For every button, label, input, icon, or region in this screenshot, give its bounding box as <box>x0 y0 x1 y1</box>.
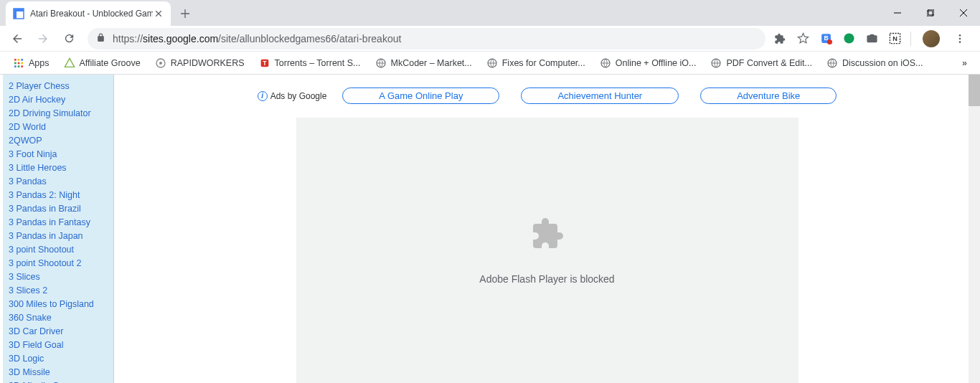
page-content: 2 Player Chess2D Air Hockey2D Driving Si… <box>0 75 980 383</box>
url-text: https://sites.google.com/site/allunblock… <box>113 33 401 44</box>
sidebar-game-link[interactable]: 3 Pandas in Brazil <box>3 202 113 215</box>
puzzle-icon <box>530 217 565 253</box>
ad-link-pill[interactable]: Achievement Hunter <box>521 88 679 104</box>
svg-text:N: N <box>892 35 897 42</box>
ad-link-pill[interactable]: A Game Online Play <box>342 88 499 104</box>
bookmark-item[interactable]: Affiliate Groove <box>58 55 146 72</box>
reload-button[interactable] <box>57 29 80 49</box>
bookmark-item[interactable]: MkCoder – Market... <box>369 55 478 72</box>
sidebar-game-link[interactable]: 2D World <box>3 120 113 133</box>
browser-title-bar: Atari Breakout - Unblocked Game <box>0 0 980 26</box>
ad-link-pill[interactable]: Adventure Bike <box>700 88 837 104</box>
profile-avatar[interactable] <box>923 30 940 47</box>
sidebar-game-link[interactable]: 3D Field Goal <box>3 338 113 351</box>
bookmark-label: MkCoder – Market... <box>391 58 472 68</box>
flash-blocked-message: Adobe Flash Player is blocked <box>479 273 614 285</box>
bookmark-favicon-icon <box>64 57 75 69</box>
svg-rect-22 <box>21 65 23 67</box>
bookmark-item[interactable]: Online + Offline iO... <box>594 55 702 72</box>
svg-point-24 <box>159 62 162 65</box>
bookmarks-overflow-icon[interactable]: » <box>956 58 973 68</box>
bookmark-label: PDF Convert & Edit... <box>726 58 811 68</box>
sidebar-game-link[interactable]: 3 Pandas in Fantasy <box>3 215 113 229</box>
bookmark-star-icon[interactable] <box>796 32 810 46</box>
bookmark-item[interactable]: TTorrents – Torrent S... <box>253 55 367 72</box>
sidebar-game-link[interactable]: 3D Car Driver <box>3 324 113 338</box>
bookmark-item[interactable]: Fixes for Computer... <box>481 55 591 72</box>
bookmark-label: Discussion on iOS... <box>842 58 923 68</box>
svg-text:T: T <box>263 60 267 67</box>
bookmark-item[interactable]: PDF Convert & Edit... <box>705 55 817 72</box>
extension-n-icon[interactable]: N <box>887 32 902 46</box>
bookmark-item[interactable]: RAPIDWORKERS <box>149 55 250 72</box>
new-tab-button[interactable] <box>175 4 195 24</box>
svg-rect-16 <box>21 59 23 61</box>
bookmark-favicon-icon <box>375 57 387 69</box>
svg-rect-4 <box>928 9 934 15</box>
bookmark-label: Online + Offline iO... <box>616 58 697 68</box>
sidebar-game-link[interactable]: 3 Pandas in Japan <box>3 229 113 242</box>
sidebar-game-link[interactable]: 3 Pandas <box>3 174 113 188</box>
svg-rect-20 <box>14 65 17 67</box>
flash-placeholder[interactable]: Adobe Flash Player is blocked <box>296 118 798 383</box>
tab-favicon-icon <box>13 8 24 19</box>
browser-nav-bar: https://sites.google.com/site/allunblock… <box>0 26 980 52</box>
camera-icon[interactable] <box>864 32 879 46</box>
bookmark-label: Fixes for Computer... <box>502 58 585 68</box>
sidebar-game-link[interactable]: 3D Missile <box>3 365 113 379</box>
svg-point-11 <box>959 34 961 37</box>
forward-button[interactable] <box>32 29 55 49</box>
sidebar-game-link[interactable]: 3 Slices <box>3 270 113 283</box>
window-controls <box>881 0 980 26</box>
ads-info-icon[interactable]: i <box>258 91 268 101</box>
svg-rect-2 <box>14 9 17 19</box>
address-bar[interactable]: https://sites.google.com/site/allunblock… <box>88 28 765 49</box>
ads-label-text: Ads by Google <box>270 91 327 101</box>
bookmark-item[interactable]: Discussion on iOS... <box>821 55 929 72</box>
bookmark-favicon-icon <box>826 57 838 69</box>
sidebar-game-link[interactable]: 360 Snake <box>3 311 113 324</box>
minimize-button[interactable] <box>881 0 914 26</box>
close-window-button[interactable] <box>947 0 980 26</box>
extension-icons: B N <box>773 30 974 47</box>
browser-menu-button[interactable] <box>948 33 971 44</box>
main-panel: i Ads by Google A Game Online PlayAchiev… <box>114 75 980 383</box>
scrollbar-thumb[interactable] <box>969 75 980 106</box>
sidebar-game-link[interactable]: 3 Pandas 2: Night <box>3 188 113 202</box>
sidebar-game-link[interactable]: 3 point Shootout 2 <box>3 256 113 270</box>
svg-rect-18 <box>18 62 20 64</box>
close-tab-icon[interactable] <box>153 8 164 19</box>
sidebar-game-link[interactable]: 300 Miles to Pigsland <box>3 297 113 311</box>
svg-point-7 <box>826 39 831 44</box>
maximize-button[interactable] <box>914 0 947 26</box>
sidebar-game-link[interactable]: 3 Little Heroes <box>3 161 113 174</box>
extensions-icon[interactable] <box>773 32 787 46</box>
back-button[interactable] <box>6 29 29 49</box>
bookmark-label: RAPIDWORKERS <box>171 58 245 68</box>
separator <box>910 32 911 46</box>
sidebar-game-link[interactable]: 2D Air Hockey <box>3 93 113 106</box>
bookmark-item[interactable]: Apps <box>7 55 55 72</box>
svg-rect-14 <box>14 59 17 61</box>
svg-point-8 <box>844 33 854 43</box>
sidebar-game-link[interactable]: 2D Driving Simulator <box>3 106 113 120</box>
bookmark-label: Torrents – Torrent S... <box>275 58 361 68</box>
svg-rect-19 <box>21 62 23 64</box>
sidebar-game-link[interactable]: 2 Player Chess <box>3 79 113 93</box>
sidebar-game-link[interactable]: 3 Slices 2 <box>3 283 113 297</box>
sidebar-game-link[interactable]: 3 point Shootout <box>3 242 113 256</box>
bookmark-label: Apps <box>29 58 50 68</box>
sidebar-game-link[interactable]: 3D Missile Game <box>3 379 113 383</box>
extension-blue-icon[interactable]: B <box>819 32 833 46</box>
sidebar-game-link[interactable]: 3D Logic <box>3 351 113 365</box>
sidebar-game-link[interactable]: 3 Foot Ninja <box>3 147 113 161</box>
page-scrollbar[interactable] <box>969 75 980 383</box>
lock-icon <box>96 33 105 44</box>
bookmarks-bar: AppsAffiliate GrooveRAPIDWORKERSTTorrent… <box>0 52 980 75</box>
svg-point-13 <box>959 41 961 43</box>
games-sidebar: 2 Player Chess2D Air Hockey2D Driving Si… <box>3 75 114 383</box>
sidebar-game-link[interactable]: 2QWOP <box>3 133 113 147</box>
extension-green-icon[interactable] <box>842 32 856 46</box>
bookmark-label: Affiliate Groove <box>80 58 141 68</box>
browser-tab[interactable]: Atari Breakout - Unblocked Game <box>6 1 171 26</box>
